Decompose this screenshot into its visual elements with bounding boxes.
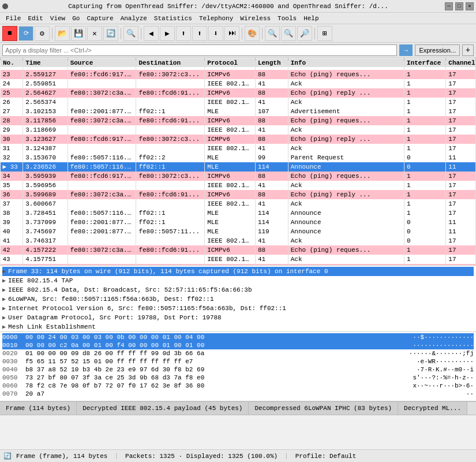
cell-channel: 17 — [446, 116, 476, 125]
stop-capture-button[interactable]: ■ — [2, 26, 17, 41]
menu-item-wireless[interactable]: Wireless — [237, 14, 274, 23]
detail-row[interactable]: ▶Frame 33: 114 bytes on wire (912 bits),… — [2, 267, 474, 276]
menu-item-file[interactable]: File — [2, 14, 24, 23]
table-row[interactable]: 363.599689fe80::3072:c3a...fe80::fcd6:91… — [1, 190, 476, 199]
close-file-button[interactable]: ✕ — [87, 26, 102, 41]
cell-protocol: IEEE 802.15.4 — [205, 236, 256, 245]
cell-destination: fe80::5057:11... — [136, 227, 205, 236]
menu-item-help[interactable]: Help — [300, 14, 322, 23]
detail-expand-arrow[interactable]: ▶ — [2, 286, 6, 293]
col-header-source[interactable]: Source — [68, 58, 136, 67]
find-packet-button[interactable]: 🔍 — [123, 26, 138, 41]
hex-row[interactable]: 0070 20 a7·· — [2, 390, 474, 398]
hex-row[interactable]: 0020 01 00 00 00 09 d8 26 00 ff ff ff 99… — [2, 349, 474, 357]
table-row[interactable]: 424.157222fe80::3072:c3a...fe80::fcd6:91… — [1, 245, 476, 255]
table-row[interactable]: 262.565374IEEE 802.15.441Ack117 — [1, 98, 476, 107]
bottom-tab-3[interactable]: Decrypted ML... — [398, 402, 467, 415]
table-row[interactable]: 293.118669IEEE 802.15.441Ack117 — [1, 125, 476, 135]
col-header-info[interactable]: Info — [288, 58, 404, 67]
col-header-length[interactable]: Length — [255, 58, 288, 67]
detail-expand-arrow[interactable]: ▶ — [2, 314, 6, 321]
hex-row[interactable]: 0040 b8 37 a8 52 10 b3 4b 2e 23 e9 97 6d… — [2, 366, 474, 374]
minimize-button[interactable]: ─ — [445, 2, 453, 10]
col-header-destination[interactable]: Destination — [136, 58, 205, 67]
table-row[interactable]: 393.737099fe80::2001:877...ff02::1MLE114… — [1, 218, 476, 227]
menu-item-statistics[interactable]: Statistics — [151, 14, 196, 23]
detail-expand-arrow[interactable]: ▶ — [2, 305, 6, 312]
save-file-button[interactable]: 💾 — [71, 26, 86, 41]
col-header-protocol[interactable]: Protocol — [205, 58, 256, 67]
detail-expand-arrow[interactable]: ▶ — [2, 296, 6, 303]
detail-row[interactable]: ▶IEEE 802.15.4 Data, Dst: Broadcast, Src… — [2, 285, 474, 295]
col-header-time[interactable]: Time — [23, 58, 68, 67]
capture-options-button[interactable]: ⚙ — [35, 26, 50, 41]
table-row[interactable]: 434.157751IEEE 802.15.441Ack117 — [1, 255, 476, 264]
resize-columns-button[interactable]: ⊞ — [317, 26, 332, 41]
menu-item-telephony[interactable]: Telephony — [196, 14, 237, 23]
table-row[interactable]: 303.123627fe80::fcd6:917...fe80::3072:c3… — [1, 135, 476, 144]
detail-expand-arrow[interactable]: ▶ — [2, 268, 6, 275]
go-forward-button[interactable]: ▶ — [160, 26, 175, 41]
menu-item-view[interactable]: View — [47, 14, 69, 23]
zoom-in-button[interactable]: 🔍 — [265, 26, 280, 41]
cell-channel: 17 — [446, 190, 476, 199]
cell-no: 28 — [1, 116, 23, 125]
hex-row[interactable]: 0010 00 00 00 c2 0a 00 01 00 f4 00 00 00… — [2, 341, 474, 349]
table-row[interactable]: 403.745697fe80::2001:877...fe80::5057:11… — [1, 227, 476, 236]
table-row[interactable]: 383.728451fe80::5057:116...ff02::1MLE114… — [1, 208, 476, 218]
table-row[interactable]: 283.117856fe80::3072:c3a...fe80::fcd6:91… — [1, 116, 476, 125]
go-first-button[interactable]: ⬆ — [176, 26, 191, 41]
zoom-normal-button[interactable]: 🔎 — [297, 26, 312, 41]
menu-item-edit[interactable]: Edit — [24, 14, 46, 23]
bottom-tab-0[interactable]: Frame (114 bytes) — [0, 402, 77, 415]
filter-add-button[interactable]: + — [462, 44, 474, 56]
colorize-button[interactable]: 🎨 — [245, 26, 260, 41]
table-row[interactable]: 413.746317IEEE 802.15.441Ack017 — [1, 236, 476, 245]
detail-row[interactable]: ▶Internet Protocol Version 6, Src: fe80:… — [2, 304, 474, 313]
go-next-button[interactable]: ⬇ — [208, 26, 223, 41]
zoom-out-button[interactable]: 🔍 — [281, 26, 296, 41]
hex-offset: 0040 — [2, 366, 25, 373]
detail-row[interactable]: ▶Mesh Link Establishment — [2, 322, 474, 331]
detail-row[interactable]: ▶IEEE 802.15.4 TAP — [2, 276, 474, 285]
filter-apply-button[interactable]: → — [399, 44, 413, 56]
filter-expression-button[interactable]: Expression... — [415, 44, 460, 56]
bottom-tab-2[interactable]: Decompressed 6LoWPAN IPHC (83 bytes) — [249, 402, 398, 415]
detail-row[interactable]: ▶User Datagram Protocol, Src Port: 19788… — [2, 313, 474, 322]
menu-item-go[interactable]: Go — [69, 14, 83, 23]
maximize-button[interactable]: □ — [455, 2, 463, 10]
go-back-button[interactable]: ◀ — [144, 26, 159, 41]
open-file-button[interactable]: 📂 — [55, 26, 70, 41]
cell-info: Announce — [288, 162, 404, 172]
detail-expand-arrow[interactable]: ▶ — [2, 323, 6, 330]
hex-row[interactable]: 0000 00 00 24 00 03 00 03 00 0b 00 00 00… — [2, 333, 474, 341]
table-row[interactable]: 373.600667IEEE 802.15.441Ack117 — [1, 199, 476, 208]
col-header-iface[interactable]: Interface ID — [404, 58, 446, 67]
table-row[interactable]: 353.596956IEEE 802.15.441Ack117 — [1, 181, 476, 190]
table-row[interactable]: 273.102153fe80::2001:877...ff02::1MLE107… — [1, 107, 476, 116]
hex-row[interactable]: 0060 78 f2 c8 7e 98 0f b7 72 07 f0 17 62… — [2, 382, 474, 390]
display-filter-input[interactable] — [2, 44, 397, 56]
go-prev-button[interactable]: ⬆ — [192, 26, 207, 41]
go-last-button[interactable]: ⏭ — [224, 26, 239, 41]
menu-item-capture[interactable]: Capture — [83, 14, 117, 23]
detail-expand-arrow[interactable]: ▶ — [2, 277, 6, 284]
hex-row[interactable]: 0030 f5 65 11 57 52 15 01 00 ff ff ff ff… — [2, 357, 474, 366]
table-row[interactable]: ▶ 333.236526fe80::5057:116...ff02::1MLE1… — [1, 162, 476, 172]
hex-row[interactable]: 0050 73 27 bf 80 07 3f 3a ce 25 3d 9b 68… — [2, 374, 474, 382]
table-row[interactable]: 323.153670fe80::5057:116...ff02::2MLE99P… — [1, 153, 476, 162]
reload-file-button[interactable]: 🔄 — [103, 26, 118, 41]
bottom-tab-1[interactable]: Decrypted IEEE 802.15.4 payload (45 byte… — [77, 402, 249, 415]
table-row[interactable]: 343.595939fe80::fcd6:917...fe80::3072:c3… — [1, 172, 476, 181]
menu-item-tools[interactable]: Tools — [274, 14, 300, 23]
table-row[interactable]: 252.564627fe80::3072:c3a...fe80::fcd6:91… — [1, 88, 476, 98]
restart-capture-button[interactable]: ⟳ — [18, 26, 33, 41]
table-row[interactable]: 242.559851IEEE 802.15.441Ack117 — [1, 79, 476, 88]
close-button[interactable]: ✕ — [466, 2, 474, 10]
table-row[interactable]: 232.559127fe80::fcd6:917...fe80::3072:c3… — [1, 70, 476, 79]
col-header-channel[interactable]: Channel — [446, 58, 476, 67]
menu-item-analyze[interactable]: Analyze — [117, 14, 151, 23]
detail-row[interactable]: ▶6LoWPAN, Src: fe80::5057:1165:f56a:663b… — [2, 295, 474, 304]
table-row[interactable]: 313.124387IEEE 802.15.441Ack117 — [1, 144, 476, 153]
col-header-no[interactable]: No. — [1, 58, 23, 67]
